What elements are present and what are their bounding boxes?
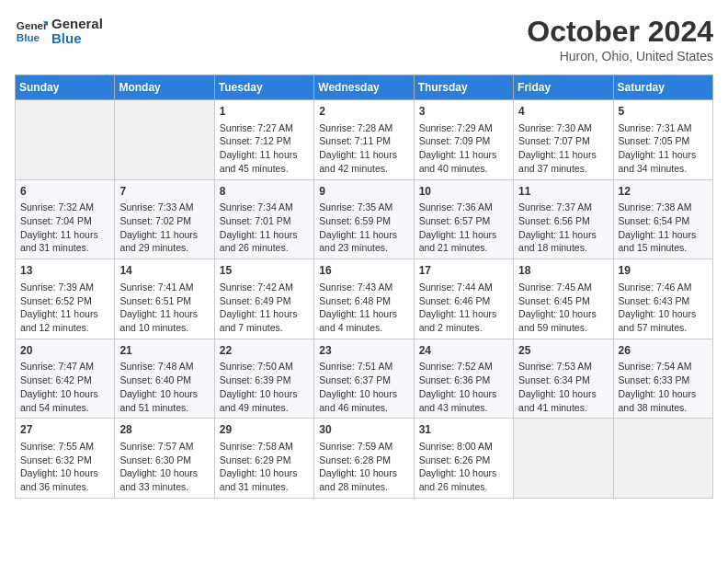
calendar-cell: 5Sunrise: 7:31 AMSunset: 7:05 PMDaylight… bbox=[613, 100, 712, 180]
day-info: Sunrise: 7:57 AMSunset: 6:30 PMDaylight:… bbox=[119, 440, 209, 494]
day-number: 13 bbox=[20, 263, 109, 279]
day-info: Sunrise: 7:44 AMSunset: 6:46 PMDaylight:… bbox=[419, 281, 508, 335]
day-info: Sunrise: 7:51 AMSunset: 6:37 PMDaylight:… bbox=[319, 360, 408, 414]
calendar-cell bbox=[514, 419, 613, 499]
day-number: 25 bbox=[518, 343, 608, 359]
calendar-cell: 12Sunrise: 7:38 AMSunset: 6:54 PMDayligh… bbox=[613, 179, 712, 259]
week-row-4: 27Sunrise: 7:55 AMSunset: 6:32 PMDayligh… bbox=[16, 419, 713, 499]
day-info: Sunrise: 7:39 AMSunset: 6:52 PMDaylight:… bbox=[20, 281, 109, 335]
calendar-cell bbox=[16, 100, 115, 180]
day-number: 5 bbox=[619, 104, 708, 120]
calendar-cell: 10Sunrise: 7:36 AMSunset: 6:57 PMDayligh… bbox=[414, 179, 513, 259]
calendar-cell: 24Sunrise: 7:52 AMSunset: 6:36 PMDayligh… bbox=[414, 339, 513, 419]
day-info: Sunrise: 7:50 AMSunset: 6:39 PMDaylight:… bbox=[220, 360, 309, 414]
day-number: 1 bbox=[220, 104, 309, 120]
day-number: 29 bbox=[220, 422, 309, 438]
week-row-0: 1Sunrise: 7:27 AMSunset: 7:12 PMDaylight… bbox=[16, 100, 713, 180]
day-number: 31 bbox=[419, 422, 508, 438]
logo: General Blue General Blue bbox=[15, 15, 103, 48]
day-number: 20 bbox=[20, 343, 109, 359]
day-number: 26 bbox=[619, 343, 708, 359]
calendar-cell: 8Sunrise: 7:34 AMSunset: 7:01 PMDaylight… bbox=[214, 179, 313, 259]
calendar-cell: 13Sunrise: 7:39 AMSunset: 6:52 PMDayligh… bbox=[16, 259, 115, 339]
day-number: 12 bbox=[619, 184, 708, 200]
calendar-cell: 28Sunrise: 7:57 AMSunset: 6:30 PMDayligh… bbox=[115, 419, 214, 499]
calendar-cell: 15Sunrise: 7:42 AMSunset: 6:49 PMDayligh… bbox=[214, 259, 313, 339]
page-header: General Blue General Blue October 2024 H… bbox=[15, 15, 713, 63]
day-info: Sunrise: 7:58 AMSunset: 6:29 PMDaylight:… bbox=[220, 440, 309, 494]
calendar-cell: 14Sunrise: 7:41 AMSunset: 6:51 PMDayligh… bbox=[115, 259, 214, 339]
day-number: 16 bbox=[319, 263, 408, 279]
day-number: 22 bbox=[220, 343, 309, 359]
calendar-cell: 17Sunrise: 7:44 AMSunset: 6:46 PMDayligh… bbox=[414, 259, 513, 339]
day-info: Sunrise: 7:33 AMSunset: 7:02 PMDaylight:… bbox=[119, 201, 209, 255]
day-info: Sunrise: 7:28 AMSunset: 7:11 PMDaylight:… bbox=[319, 121, 408, 176]
calendar-cell: 26Sunrise: 7:54 AMSunset: 6:33 PMDayligh… bbox=[613, 339, 712, 419]
day-number: 2 bbox=[319, 104, 408, 120]
header-cell-friday: Friday bbox=[514, 75, 613, 100]
day-number: 18 bbox=[518, 263, 608, 279]
calendar-cell: 23Sunrise: 7:51 AMSunset: 6:37 PMDayligh… bbox=[314, 339, 414, 419]
day-number: 10 bbox=[419, 184, 508, 200]
logo-icon: General Blue bbox=[15, 15, 48, 48]
calendar-cell: 7Sunrise: 7:33 AMSunset: 7:02 PMDaylight… bbox=[115, 179, 214, 259]
day-number: 11 bbox=[518, 184, 608, 200]
day-info: Sunrise: 7:30 AMSunset: 7:07 PMDaylight:… bbox=[518, 121, 608, 176]
calendar-cell: 29Sunrise: 7:58 AMSunset: 6:29 PMDayligh… bbox=[214, 419, 313, 499]
calendar-cell: 6Sunrise: 7:32 AMSunset: 7:04 PMDaylight… bbox=[16, 179, 115, 259]
title-block: October 2024 Huron, Ohio, United States bbox=[527, 15, 713, 63]
day-number: 9 bbox=[319, 184, 408, 200]
day-info: Sunrise: 7:42 AMSunset: 6:49 PMDaylight:… bbox=[220, 281, 309, 335]
day-number: 7 bbox=[119, 184, 209, 200]
day-number: 17 bbox=[419, 263, 508, 279]
day-number: 8 bbox=[220, 184, 309, 200]
calendar-cell: 1Sunrise: 7:27 AMSunset: 7:12 PMDaylight… bbox=[214, 100, 313, 180]
day-number: 6 bbox=[20, 184, 109, 200]
calendar-cell: 18Sunrise: 7:45 AMSunset: 6:45 PMDayligh… bbox=[514, 259, 613, 339]
day-info: Sunrise: 7:48 AMSunset: 6:40 PMDaylight:… bbox=[119, 360, 209, 414]
calendar-cell: 22Sunrise: 7:50 AMSunset: 6:39 PMDayligh… bbox=[214, 339, 313, 419]
header-cell-wednesday: Wednesday bbox=[314, 75, 414, 100]
day-info: Sunrise: 8:00 AMSunset: 6:26 PMDaylight:… bbox=[419, 440, 508, 494]
day-info: Sunrise: 7:53 AMSunset: 6:34 PMDaylight:… bbox=[518, 360, 608, 414]
day-number: 30 bbox=[319, 422, 408, 438]
day-info: Sunrise: 7:36 AMSunset: 6:57 PMDaylight:… bbox=[419, 201, 508, 255]
day-info: Sunrise: 7:59 AMSunset: 6:28 PMDaylight:… bbox=[319, 440, 408, 494]
calendar-cell: 2Sunrise: 7:28 AMSunset: 7:11 PMDaylight… bbox=[314, 100, 414, 180]
day-info: Sunrise: 7:35 AMSunset: 6:59 PMDaylight:… bbox=[319, 201, 408, 255]
day-number: 19 bbox=[619, 263, 708, 279]
calendar-cell: 30Sunrise: 7:59 AMSunset: 6:28 PMDayligh… bbox=[314, 419, 414, 499]
day-info: Sunrise: 7:43 AMSunset: 6:48 PMDaylight:… bbox=[319, 281, 408, 335]
day-info: Sunrise: 7:34 AMSunset: 7:01 PMDaylight:… bbox=[220, 201, 309, 255]
day-number: 28 bbox=[119, 422, 209, 438]
day-number: 24 bbox=[419, 343, 508, 359]
day-info: Sunrise: 7:37 AMSunset: 6:56 PMDaylight:… bbox=[518, 201, 608, 255]
calendar-cell: 3Sunrise: 7:29 AMSunset: 7:09 PMDaylight… bbox=[414, 100, 513, 180]
location: Huron, Ohio, United States bbox=[527, 49, 713, 63]
svg-text:General: General bbox=[17, 19, 48, 31]
calendar-body: 1Sunrise: 7:27 AMSunset: 7:12 PMDaylight… bbox=[16, 100, 713, 499]
day-info: Sunrise: 7:55 AMSunset: 6:32 PMDaylight:… bbox=[20, 440, 109, 494]
day-info: Sunrise: 7:41 AMSunset: 6:51 PMDaylight:… bbox=[119, 281, 209, 335]
day-number: 3 bbox=[419, 104, 508, 120]
header-cell-tuesday: Tuesday bbox=[214, 75, 313, 100]
day-info: Sunrise: 7:27 AMSunset: 7:12 PMDaylight:… bbox=[220, 121, 309, 176]
calendar-cell: 4Sunrise: 7:30 AMSunset: 7:07 PMDaylight… bbox=[514, 100, 613, 180]
day-info: Sunrise: 7:29 AMSunset: 7:09 PMDaylight:… bbox=[419, 121, 508, 176]
day-number: 27 bbox=[20, 422, 109, 438]
header-cell-saturday: Saturday bbox=[613, 75, 712, 100]
day-info: Sunrise: 7:32 AMSunset: 7:04 PMDaylight:… bbox=[20, 201, 109, 255]
month-title: October 2024 bbox=[527, 15, 713, 49]
day-info: Sunrise: 7:47 AMSunset: 6:42 PMDaylight:… bbox=[20, 360, 109, 414]
calendar-cell: 9Sunrise: 7:35 AMSunset: 6:59 PMDaylight… bbox=[314, 179, 414, 259]
logo-text: General Blue bbox=[51, 17, 103, 47]
calendar-cell: 19Sunrise: 7:46 AMSunset: 6:43 PMDayligh… bbox=[613, 259, 712, 339]
calendar-cell bbox=[115, 100, 214, 180]
day-info: Sunrise: 7:52 AMSunset: 6:36 PMDaylight:… bbox=[419, 360, 508, 414]
calendar-cell: 27Sunrise: 7:55 AMSunset: 6:32 PMDayligh… bbox=[16, 419, 115, 499]
day-number: 21 bbox=[119, 343, 209, 359]
header-cell-monday: Monday bbox=[115, 75, 214, 100]
header-cell-thursday: Thursday bbox=[414, 75, 513, 100]
calendar-cell: 20Sunrise: 7:47 AMSunset: 6:42 PMDayligh… bbox=[16, 339, 115, 419]
calendar-cell: 16Sunrise: 7:43 AMSunset: 6:48 PMDayligh… bbox=[314, 259, 414, 339]
